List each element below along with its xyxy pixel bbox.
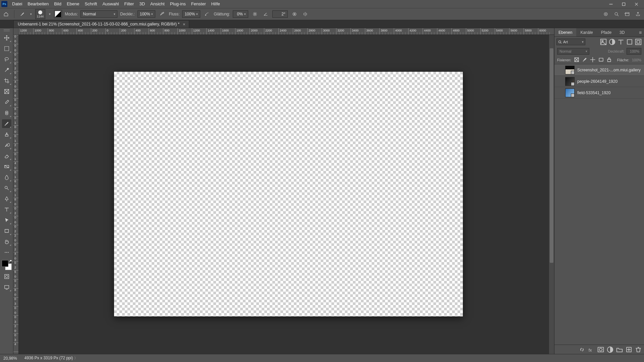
healing-brush-tool-icon[interactable] xyxy=(2,109,11,117)
brush-preview[interactable]: 1144 xyxy=(35,9,45,19)
airbrush-icon[interactable] xyxy=(203,10,211,18)
gradient-tool-icon[interactable] xyxy=(2,162,11,171)
layer-row[interactable]: Screenshot_2021-...om.miui.gallery xyxy=(554,64,644,76)
artboard-canvas[interactable] xyxy=(114,72,463,316)
history-brush-tool-icon[interactable] xyxy=(2,141,11,149)
layer-blend-select[interactable]: Normal xyxy=(557,48,589,55)
tab-ebenen[interactable]: Ebenen xyxy=(554,28,576,37)
panel-menu-icon[interactable]: ≡ xyxy=(637,28,644,37)
window-maximize-icon[interactable] xyxy=(617,0,630,8)
filter-adjust-icon[interactable] xyxy=(608,38,616,46)
swap-colors-icon[interactable]: ⇄ xyxy=(9,259,12,263)
frame-tool-icon[interactable] xyxy=(2,87,11,96)
brush-tool-icon[interactable] xyxy=(18,10,26,18)
tab-kanaele[interactable]: Kanäle xyxy=(576,28,597,37)
layer-fx-icon[interactable]: fx xyxy=(588,346,595,353)
smoothing-input[interactable]: 0% xyxy=(233,10,248,18)
layer-thumbnail[interactable] xyxy=(565,77,575,86)
share-icon[interactable] xyxy=(634,10,642,18)
menu-filter[interactable]: Filter xyxy=(122,0,137,8)
new-layer-icon[interactable] xyxy=(625,346,633,353)
hand-tool-icon[interactable] xyxy=(2,237,11,246)
crop-tool-icon[interactable] xyxy=(2,76,11,85)
rectangle-tool-icon[interactable] xyxy=(2,227,11,235)
menu-bearbeiten[interactable]: Bearbeiten xyxy=(25,0,51,8)
magic-wand-tool-icon[interactable] xyxy=(2,66,11,74)
arrange-docs-icon[interactable] xyxy=(623,10,631,18)
menu-schrift[interactable]: Schrift xyxy=(82,0,100,8)
layer-visibility-icon[interactable] xyxy=(557,67,562,73)
layer-visibility-icon[interactable] xyxy=(557,90,562,96)
layer-thumbnail[interactable] xyxy=(565,88,575,97)
menu-auswahl[interactable]: Auswahl xyxy=(100,0,121,8)
ruler-origin[interactable] xyxy=(13,28,19,35)
layer-row[interactable]: field-533541_1920 xyxy=(554,87,644,99)
color-swatches[interactable]: ⇄ xyxy=(2,260,12,270)
clone-stamp-tool-icon[interactable] xyxy=(2,130,11,139)
scrollbar-vertical[interactable] xyxy=(549,35,554,354)
layer-filter-select[interactable]: Art xyxy=(556,39,585,45)
move-tool-icon[interactable] xyxy=(2,34,11,42)
flow-input[interactable]: 100% xyxy=(182,10,200,18)
filter-shape-icon[interactable] xyxy=(626,38,633,46)
foreground-color-swatch[interactable] xyxy=(2,260,8,267)
cloud-docs-icon[interactable] xyxy=(602,10,610,18)
marquee-tool-icon[interactable] xyxy=(2,44,11,53)
delete-layer-icon[interactable] xyxy=(635,346,642,353)
tab-pfade[interactable]: Pfade xyxy=(597,28,615,37)
ellipsis-icon[interactable] xyxy=(2,248,11,257)
tool-preset-dropdown[interactable]: ▾ xyxy=(29,9,33,19)
layer-fill-input[interactable]: 100% xyxy=(632,58,641,62)
menu-plug-ins[interactable]: Plug-ins xyxy=(167,0,189,8)
window-close-icon[interactable] xyxy=(630,0,643,8)
filter-type-icon[interactable] xyxy=(617,38,625,46)
menu-datei[interactable]: Datei xyxy=(9,0,25,8)
menu-3d[interactable]: 3D xyxy=(137,0,148,8)
filter-image-icon[interactable] xyxy=(600,38,607,46)
ruler-vertical[interactable]: 0000000200400600800100012001400160018002… xyxy=(13,35,19,354)
status-dimensions[interactable]: 4936 Px x 3319 Px (72 ppi)〉 xyxy=(24,356,78,361)
toolbox-grip[interactable] xyxy=(1,29,13,32)
lock-all-icon[interactable] xyxy=(606,57,612,63)
type-tool-icon[interactable] xyxy=(2,205,11,214)
symmetry-icon[interactable] xyxy=(301,10,309,18)
layer-group-icon[interactable] xyxy=(616,346,623,353)
menu-bild[interactable]: Bild xyxy=(51,0,64,8)
viewport[interactable] xyxy=(19,35,554,354)
filter-smart-icon[interactable] xyxy=(635,38,642,46)
smoothing-options-icon[interactable] xyxy=(251,10,259,18)
dodge-tool-icon[interactable] xyxy=(2,184,11,192)
menu-hilfe[interactable]: Hilfe xyxy=(209,0,223,8)
adjustment-layer-icon[interactable] xyxy=(606,346,614,353)
tab-3d[interactable]: 3D xyxy=(615,28,629,37)
layer-visibility-icon[interactable] xyxy=(557,79,562,84)
pressure-size-icon[interactable] xyxy=(290,10,299,18)
eraser-tool-icon[interactable] xyxy=(2,152,11,160)
angle-input[interactable]: 2° xyxy=(272,10,288,18)
path-select-tool-icon[interactable] xyxy=(2,216,11,225)
opacity-input[interactable]: 100% xyxy=(138,10,156,18)
blur-tool-icon[interactable] xyxy=(2,173,11,182)
lock-pixels-icon[interactable] xyxy=(574,57,579,63)
quick-mask-icon[interactable] xyxy=(2,272,11,281)
close-tab-icon[interactable]: × xyxy=(183,22,185,27)
brush-panel-toggle-icon[interactable] xyxy=(54,10,62,18)
pen-tool-icon[interactable] xyxy=(2,194,11,203)
document-tab[interactable]: Unbenannt-1 bei 21% (Screenshot_2021-06-… xyxy=(13,20,189,28)
layer-row[interactable]: people-2604149_1920 xyxy=(554,76,644,87)
brush-preset-dropdown[interactable]: ▾ xyxy=(48,9,51,19)
layer-opacity-input[interactable]: 100% xyxy=(627,48,641,55)
ruler-horizontal[interactable]: 1200100080060040020002004006008001000120… xyxy=(19,28,554,35)
lasso-tool-icon[interactable] xyxy=(2,55,11,64)
layer-thumbnail[interactable] xyxy=(565,66,575,74)
eyedropper-tool-icon[interactable] xyxy=(2,98,11,107)
lock-artboard-icon[interactable] xyxy=(598,57,604,63)
brush-tool-icon[interactable] xyxy=(2,119,11,128)
lock-paint-icon[interactable] xyxy=(582,57,587,63)
status-zoom[interactable]: 20,98% xyxy=(3,356,17,361)
window-minimize-icon[interactable] xyxy=(604,0,617,8)
lock-position-icon[interactable] xyxy=(590,57,595,63)
home-icon[interactable] xyxy=(2,10,10,18)
screen-mode-icon[interactable] xyxy=(2,283,11,292)
link-layers-icon[interactable] xyxy=(578,346,586,353)
